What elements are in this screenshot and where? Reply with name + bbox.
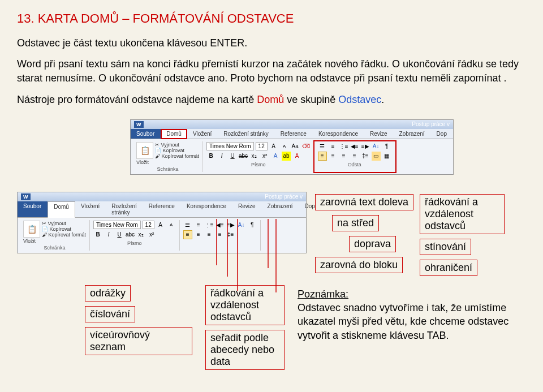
callout-alignleft: zarovná text doleva xyxy=(315,194,413,210)
ribbon2-body: 📋 ✂ Vyjmout 📄 Kopírovat 🖌 Kopírovat form… xyxy=(18,218,306,253)
group-clipboard: 📋 ✂ Vyjmout 📄 Kopírovat 🖌 Kopírovat form… xyxy=(133,141,203,172)
cut-button[interactable]: ✂ Vyjmout xyxy=(155,142,199,148)
tab-file[interactable]: Soubor xyxy=(131,129,161,139)
shrink2-icon[interactable]: A xyxy=(167,221,176,230)
bullets2-icon[interactable]: ☰ xyxy=(183,221,192,230)
fontcolor-icon[interactable]: A xyxy=(292,152,301,161)
change-case-icon[interactable]: Aa xyxy=(291,142,300,151)
tab2-refs[interactable]: Reference xyxy=(143,201,181,217)
align-center-icon[interactable]: ≡ xyxy=(329,152,338,161)
bold2-icon[interactable]: B xyxy=(93,230,102,239)
dec-indent2-icon[interactable]: ◀≡ xyxy=(216,221,225,230)
paste2-button[interactable]: 📋 xyxy=(23,221,40,238)
sub2-icon[interactable]: x₂ xyxy=(136,230,145,239)
italic-icon[interactable]: I xyxy=(217,152,226,161)
shading-icon[interactable]: ▭ xyxy=(372,152,381,161)
highlight-icon[interactable]: ab xyxy=(282,152,291,161)
word-icon: W xyxy=(134,121,144,128)
window-title: Postup práce v xyxy=(412,121,450,127)
multilevel-icon[interactable]: ⋮≡ xyxy=(339,142,348,151)
tab2-layout[interactable]: Rozložení stránky xyxy=(106,201,143,217)
underline2-icon[interactable]: U xyxy=(115,230,124,239)
copy-button[interactable]: 📄 Kopírovat xyxy=(155,148,199,153)
tab-layout[interactable]: Rozložení stránky xyxy=(218,129,274,139)
inc-indent2-icon[interactable]: ≡▶ xyxy=(226,221,235,230)
callout-aligncenter: na střed xyxy=(332,215,379,231)
font2-name[interactable]: Times New Rom xyxy=(93,221,141,229)
showmarks-icon[interactable]: ¶ xyxy=(382,142,391,151)
grow2-icon[interactable]: A xyxy=(156,221,165,230)
font-size-select[interactable]: 12 xyxy=(256,142,268,150)
align-right2-icon[interactable]: ≡ xyxy=(205,230,214,239)
dec-indent-icon[interactable]: ◀≡ xyxy=(350,142,359,151)
strike2-icon[interactable]: abc xyxy=(126,230,135,239)
kw-domu: Domů xyxy=(257,94,284,105)
align-center2-icon[interactable]: ≡ xyxy=(194,230,203,239)
align-justify-icon[interactable]: ≡ xyxy=(350,152,359,161)
underline-icon[interactable]: U xyxy=(228,152,237,161)
tab-home[interactable]: Domů xyxy=(161,129,187,139)
tab-refs[interactable]: Reference xyxy=(275,129,313,139)
ribbon2-tabs: Soubor Domů Vložení Rozložení stránky Re… xyxy=(18,201,306,218)
callout-alignright: doprava xyxy=(349,236,396,252)
numbering2-icon[interactable]: ≡ xyxy=(194,221,203,230)
font2-size[interactable]: 12 xyxy=(143,221,154,229)
tab-mail[interactable]: Korespondence xyxy=(313,129,364,139)
clear-fmt-icon[interactable]: ⌫ xyxy=(301,142,311,151)
numbering-icon[interactable]: ≡ xyxy=(329,142,338,151)
shrink-font-icon[interactable]: A xyxy=(280,142,289,151)
font2-label: Písmo xyxy=(93,240,176,246)
subscript-icon[interactable]: x₂ xyxy=(249,152,258,161)
ribbon-titlebar: W Postup práce v xyxy=(131,120,453,129)
p3-c: . xyxy=(381,94,384,105)
fmtpainter-button[interactable]: 🖌 Kopírovat formát xyxy=(155,153,199,159)
callout-borders: ohraničení xyxy=(420,260,477,276)
tab2-mail[interactable]: Korespondence xyxy=(181,201,232,217)
strike-icon[interactable]: abc xyxy=(239,152,248,161)
fmtpainter2-button[interactable]: 🖌 Kopírovat formát xyxy=(42,232,86,238)
align-left-icon[interactable]: ≡ xyxy=(318,152,327,161)
tab2-review[interactable]: Revize xyxy=(232,201,262,217)
paste-button[interactable]: 📋 xyxy=(136,142,153,159)
grow-font-icon[interactable]: A xyxy=(269,142,278,151)
linespacing-icon[interactable]: ‡≡ xyxy=(361,152,370,161)
italic2-icon[interactable]: I xyxy=(104,230,113,239)
sort2-icon[interactable]: A↓ xyxy=(237,221,246,230)
bullets-icon[interactable]: ☰ xyxy=(318,142,327,151)
ribbon-tabs: Soubor Domů Vložení Rozložení stránky Re… xyxy=(131,129,453,139)
tab2-view[interactable]: Zobrazení xyxy=(262,201,299,217)
multilevel2-icon[interactable]: ⋮≡ xyxy=(205,221,214,230)
callout-multilevel: víceúrovňový seznam xyxy=(85,327,192,355)
callout-linespacing2: řádkování a vzdálenost odstavců xyxy=(420,194,505,234)
copy2-button[interactable]: 📄 Kopírovat xyxy=(42,226,86,232)
ribbon-body: 📋 ✂ Vyjmout 📄 Kopírovat 🖌 Kopírovat form… xyxy=(131,139,453,174)
group2-clipboard: 📋 ✂ Vyjmout 📄 Kopírovat 🖌 Kopírovat form… xyxy=(20,220,90,251)
group-font: Times New Rom 12 A A Aa ⌫ B I U abc x₂ x… xyxy=(203,141,314,172)
tab2-file[interactable]: Soubor xyxy=(18,201,48,217)
linespace2-icon[interactable]: ‡≡ xyxy=(226,230,235,239)
paste-label: Vložit xyxy=(136,160,199,165)
tab-insert[interactable]: Vložení xyxy=(187,129,218,139)
pilcrow2-icon[interactable]: ¶ xyxy=(248,221,257,230)
align-left2-icon[interactable]: ≡ xyxy=(183,230,192,239)
font-name-select[interactable]: Times New Rom xyxy=(206,142,254,150)
sup2-icon[interactable]: x² xyxy=(147,230,156,239)
texteffects-icon[interactable]: A xyxy=(271,152,280,161)
inc-indent-icon[interactable]: ≡▶ xyxy=(361,142,370,151)
group2-paragraph: ☰ ≡ ⋮≡ ◀≡ ≡▶ A↓ ¶ ≡ ≡ ≡ ≡ ‡≡ xyxy=(180,220,261,251)
cut2-button[interactable]: ✂ Vyjmout xyxy=(42,221,86,226)
borders-icon[interactable]: ▦ xyxy=(382,152,391,161)
sort-icon[interactable]: A↓ xyxy=(372,142,381,151)
tab-dop[interactable]: Dop xyxy=(431,129,453,139)
callout-alignjustify: zarovná do bloku xyxy=(315,257,403,273)
superscript-icon[interactable]: x² xyxy=(260,152,269,161)
tab-view[interactable]: Zobrazení xyxy=(394,129,431,139)
align-right-icon[interactable]: ≡ xyxy=(339,152,348,161)
align-justify2-icon[interactable]: ≡ xyxy=(216,230,225,239)
callout-shading: stínování xyxy=(420,239,471,255)
tab2-insert[interactable]: Vložení xyxy=(75,201,106,217)
bold-icon[interactable]: B xyxy=(206,152,216,161)
tab2-home[interactable]: Domů xyxy=(48,201,75,218)
paragraph-2: Word při psaní textu sám na konci řádku … xyxy=(17,57,526,85)
tab-review[interactable]: Revize xyxy=(364,129,394,139)
